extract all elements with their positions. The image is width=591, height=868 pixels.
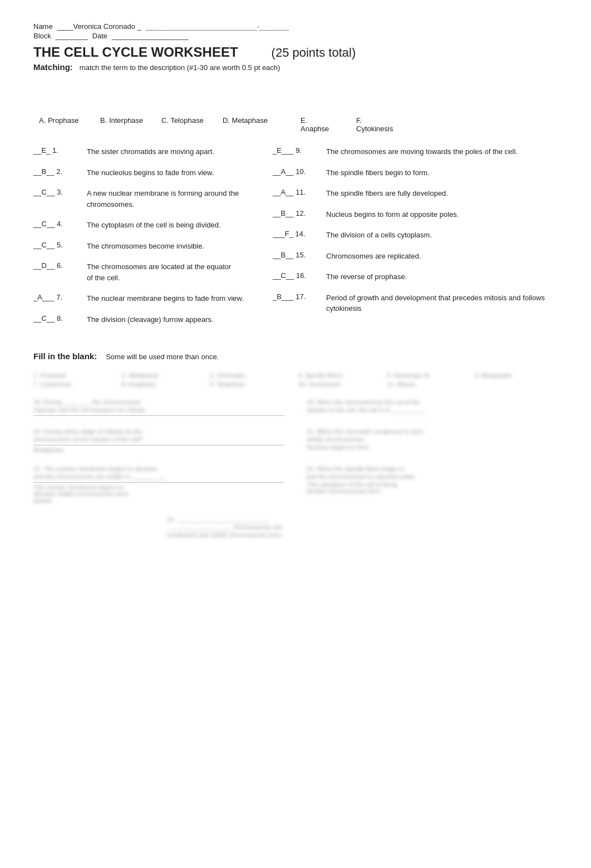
q11-num: __A__ 11. xyxy=(273,188,323,196)
fill-q-20-text: chromosomes at the equator of the cell? xyxy=(33,436,284,443)
terms-header: A. Prophase B. Interphase C. Telophase D… xyxy=(33,116,558,133)
q12-text: Nucleus begins to form at opposite poles… xyxy=(326,209,459,220)
question-14: ___F_ 14. The division of a cells cytopl… xyxy=(273,230,558,241)
term-d: D. Metaphase xyxy=(223,116,284,133)
q4-num: __C__ 4. xyxy=(33,220,83,228)
q6-num: __D__ 6. xyxy=(33,261,83,270)
q14-text: The division of a cells cytoplasm. xyxy=(326,230,432,241)
block-value: ________ xyxy=(56,32,88,40)
question-9: _E___ 9. The chromosomes are moving towa… xyxy=(273,146,558,157)
term-f: F.Cytokinesis xyxy=(356,116,406,133)
fill-q-21-ans: Nucleus begins to form xyxy=(307,444,558,450)
fill-q-22-block: 22. The nuclear membrane begins to disso… xyxy=(33,465,284,504)
question-8: __C__ 8. The division (cleavage) furrow … xyxy=(33,314,262,325)
q1-text: The sister chromatids are moving apart. xyxy=(87,146,214,157)
fill-q-20-block: 20. During which stage of mitosis do the… xyxy=(33,428,284,453)
fill-q-24-text: ___________________ chromosomes are xyxy=(167,524,558,530)
fill-blank-section: Fill in the blank: Some will be used mor… xyxy=(33,351,558,538)
fill-q-22-num: 22. The nuclear membrane begins to disso… xyxy=(33,465,284,472)
question-4: __C__ 4. The cytoplasm of the cell is be… xyxy=(33,220,262,231)
term-e: E.Anaphse xyxy=(301,116,345,133)
fill-q-22-text: and the chromosomes are visible in _____… xyxy=(33,473,284,480)
q10-text: The spindle fibers begin to form. xyxy=(326,167,430,178)
q15-num: __B__ 15. xyxy=(273,251,323,259)
fill-q-23-ans2: divided chromosomes form xyxy=(307,488,558,494)
name-value: ____Veronica Coronado _ xyxy=(57,22,141,31)
fill-q-20-num: 20. During which stage of mitosis do the xyxy=(33,428,284,435)
header: Name ____Veronica Coronado _ ___________… xyxy=(33,22,558,41)
right-column: _E___ 9. The chromosomes are moving towa… xyxy=(273,146,558,335)
q14-num: ___F_ 14. xyxy=(273,230,323,238)
matching-row: Matching: match the term to the descript… xyxy=(33,62,558,72)
q7-text: The nuclear membrane begins to fade from… xyxy=(87,293,244,304)
fill-blank-description: Some will be used more than once. xyxy=(106,353,219,361)
word-bank-item-9: 9. Telophase xyxy=(210,381,293,388)
fill-q-23-block: 23. When the spindle fibers begin to pul… xyxy=(307,465,558,504)
q16-num: __C__ 16. xyxy=(273,271,323,280)
question-17: _B___ 17. Period of growth and developme… xyxy=(273,292,558,314)
question-5: __C__ 5. The chromosomes become invisibl… xyxy=(33,241,262,252)
fill-q-23-ans: The cytoplasm of the cell is being xyxy=(307,481,558,488)
word-bank-item-11: 11. Mitosis xyxy=(387,381,470,388)
q2-text: The nucleolus begins to fade from view. xyxy=(87,167,214,178)
fill-q-20-ans: Metaphase xyxy=(33,447,284,453)
block-label: Block xyxy=(33,32,51,40)
q1-num: __E_ 1. xyxy=(33,146,83,155)
q17-num: _B___ 17. xyxy=(273,292,323,301)
word-bank-item-1: 1. Prophase xyxy=(33,372,116,379)
fill-q-22-ans: The nuclear membrane begins to xyxy=(33,484,284,490)
q3-num: __C__ 3. xyxy=(33,188,83,196)
q15-text: Chromosomes are replicated. xyxy=(326,251,421,262)
q6-text: The chromosomes are located at the equat… xyxy=(87,261,231,283)
fill-q-19-text: equator of the cell, the cell is in ____… xyxy=(307,406,558,413)
q9-num: _E___ 9. xyxy=(273,146,323,155)
fill-q-24-block: 24. ___________________________ ________… xyxy=(167,516,558,538)
date-value: ___________________ xyxy=(112,32,188,40)
term-b: B. Interphase xyxy=(100,116,161,133)
fill-q-24-ans: condensed and visible chromosomes form xyxy=(167,532,558,538)
question-7: _A___ 7. The nuclear membrane begins to … xyxy=(33,293,262,304)
q12-num: __B__ 12. xyxy=(273,209,323,217)
q4-text: The cytoplasm of the cell is being divid… xyxy=(87,220,221,231)
question-6: __D__ 6. The chromosomes are located at … xyxy=(33,261,262,283)
q5-num: __C__ 5. xyxy=(33,241,83,249)
fill-q-19-block: 19. When the chromosomes line up at the … xyxy=(307,399,558,416)
fill-q-18-block: 18. During ________ the chromosomes repl… xyxy=(33,399,284,416)
term-a: A. Prophase xyxy=(39,116,100,133)
word-bank-item-3: 3. Chromatin xyxy=(210,372,293,379)
fill-q-21-num: 21. When the chromatin condenses to form xyxy=(307,428,558,435)
fill-q-18-text: replicate and the cell prepares for mito… xyxy=(33,406,284,413)
word-bank-item-10: 10. Centromere xyxy=(298,381,381,388)
question-16: __C__ 16. The reverse of prophase. xyxy=(273,271,558,282)
word-bank-item-7: 7. Cytokinesis xyxy=(33,381,116,388)
fill-q-22-ans2: dissolve visible chromosomes form xyxy=(33,490,284,497)
fill-q-19-num: 19. When the chromosomes line up at the xyxy=(307,399,558,405)
q3-text: A new nuclear membrane is forming around… xyxy=(87,188,262,210)
q8-text: The division (cleavage) furrow appears. xyxy=(87,314,214,325)
fill-q-blank-block xyxy=(33,516,145,538)
left-column: __E_ 1. The sister chromatids are moving… xyxy=(33,146,273,335)
questions-container: __E_ 1. The sister chromatids are moving… xyxy=(33,146,558,335)
question-10: __A__ 10. The spindle fibers begin to fo… xyxy=(273,167,558,178)
q8-num: __C__ 8. xyxy=(33,314,83,323)
matching-description: match the term to the description (#1-30… xyxy=(80,63,280,72)
word-bank-item-4: 4. Spindle fibers xyxy=(298,372,381,379)
fill-q-24-num: 24. ___________________________ xyxy=(167,516,558,523)
fill-blank-header: Fill in the blank: Some will be used mor… xyxy=(33,351,558,361)
points-total: (25 points total) xyxy=(272,46,356,60)
fill-q-21-block: 21. When the chromatin condenses to form… xyxy=(307,428,558,453)
q9-text: The chromosomes are moving towards the p… xyxy=(326,146,518,157)
title-row: THE CELL CYCLE WORKSHEET (25 points tota… xyxy=(33,44,558,60)
question-2: __B__ 2. The nucleolus begins to fade fr… xyxy=(33,167,262,178)
word-bank-item-6: 6. Metaphase xyxy=(475,372,558,379)
fill-q-23-num: 23. When the spindle fibers begin to xyxy=(307,465,558,472)
word-bank-item-8: 8. Anaphase xyxy=(122,381,205,388)
question-1: __E_ 1. The sister chromatids are moving… xyxy=(33,146,262,157)
q2-num: __B__ 2. xyxy=(33,167,83,176)
term-c: C. Telophase xyxy=(161,116,223,133)
q11-text: The spindle fibers are fully developed. xyxy=(326,188,448,199)
question-15: __B__ 15. Chromosomes are replicated. xyxy=(273,251,558,262)
worksheet-title: THE CELL CYCLE WORKSHEET xyxy=(33,44,238,60)
name-label: Name xyxy=(33,22,53,31)
question-12: __B__ 12. Nucleus begins to form at oppo… xyxy=(273,209,558,220)
